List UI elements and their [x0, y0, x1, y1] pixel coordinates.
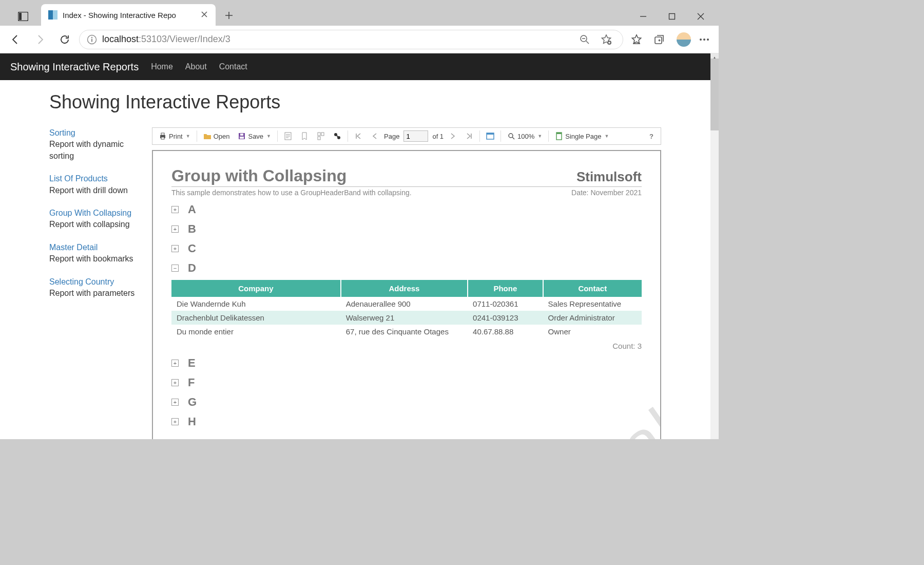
close-tab-icon[interactable] [201, 11, 208, 18]
prev-page-button[interactable] [368, 129, 382, 143]
minimize-button[interactable] [631, 7, 655, 26]
first-page-icon [354, 132, 362, 140]
svg-rect-22 [321, 133, 324, 136]
svg-rect-1 [19, 13, 22, 20]
favorites-icon[interactable] [627, 30, 646, 49]
table-row: Die Wandernde KuhAdenauerallee 9000711-0… [171, 297, 642, 311]
singlepage-icon [555, 132, 563, 140]
group-row: +E [171, 356, 642, 370]
print-button[interactable]: Print▼ [156, 129, 194, 143]
sidebar-desc: Report with drill down [49, 186, 128, 195]
report-date: Date: November 2021 [571, 189, 642, 197]
sidebar-desc: Report with dynamic sorting [49, 140, 124, 160]
report-canvas: Group with Collapsing Stimulsoft This sa… [152, 150, 661, 439]
sidebar-desc: Report with parameters [49, 289, 134, 297]
expand-icon[interactable]: + [171, 379, 179, 386]
profile-avatar[interactable] [677, 32, 691, 47]
zoom-out-icon[interactable] [575, 30, 594, 49]
vertical-scrollbar[interactable]: ▲ [710, 53, 719, 439]
report-logo: Stimulsoft [576, 169, 642, 185]
favorite-add-icon[interactable] [597, 30, 615, 49]
collapse-icon[interactable]: − [171, 265, 179, 272]
refresh-button[interactable] [54, 29, 75, 50]
site-info-icon[interactable] [87, 34, 97, 45]
address-bar[interactable]: localhost:53103/Viewer/Index/3 [79, 30, 623, 49]
browser-tab[interactable]: Index - Showing Interactive Repo [41, 4, 216, 26]
maximize-button[interactable] [660, 7, 684, 26]
expand-icon[interactable]: + [171, 399, 179, 406]
folder-icon [203, 132, 211, 140]
print-icon [159, 132, 167, 140]
collections-icon[interactable] [650, 30, 668, 49]
expand-icon[interactable]: + [171, 360, 179, 367]
zoom-button[interactable]: 100%▼ [504, 129, 545, 143]
open-button[interactable]: Open [200, 129, 233, 143]
group-letter: D [188, 261, 196, 275]
help-button[interactable]: ? [645, 133, 658, 140]
page-title: Showing Interactive Reports [49, 91, 719, 113]
svg-rect-3 [53, 10, 57, 20]
fullscreen-button[interactable] [483, 129, 497, 143]
table-row: Du monde entier67, rue des Cinquante Ota… [171, 325, 642, 338]
cell-company: Die Wandernde Kuh [171, 297, 341, 311]
nav-link-home[interactable]: Home [151, 62, 173, 71]
navbar-brand[interactable]: Showing Interactive Reports [10, 61, 139, 73]
nav-link-contact[interactable]: Contact [219, 62, 247, 71]
group-letter: B [188, 222, 196, 236]
bookmark-icon[interactable] [297, 129, 312, 143]
page-input[interactable] [403, 130, 428, 142]
first-page-button[interactable] [351, 129, 365, 143]
sidebar-link-products[interactable]: List Of Products [49, 173, 146, 184]
next-page-icon [449, 132, 457, 140]
back-button[interactable] [5, 29, 26, 50]
svg-rect-15 [161, 133, 164, 135]
group-letter: E [188, 356, 196, 370]
report-subtitle: This sample demonstrates how to use a Gr… [171, 189, 412, 197]
svg-rect-19 [240, 134, 243, 136]
svg-point-28 [509, 134, 513, 138]
find-button[interactable] [330, 129, 344, 143]
svg-point-13 [707, 39, 709, 41]
last-page-button[interactable] [462, 129, 476, 143]
svg-rect-16 [161, 137, 164, 139]
sidebar-link-collapsing[interactable]: Group With Collapsing [49, 208, 146, 219]
group-row-expanded: − D [171, 261, 642, 275]
cell-address: Adenauerallee 900 [341, 297, 468, 311]
group-row: +H [171, 415, 642, 428]
count-label: Count: 3 [171, 342, 642, 350]
url-text: localhost:53103/Viewer/Index/3 [102, 34, 230, 45]
group-letter: C [188, 242, 196, 255]
svg-rect-27 [487, 133, 494, 135]
next-page-button[interactable] [446, 129, 460, 143]
group-letter: G [188, 396, 197, 409]
forward-button[interactable] [30, 29, 50, 50]
thumbnails-icon[interactable] [314, 129, 328, 143]
parameter-icon[interactable] [281, 129, 295, 143]
tab-title: Index - Showing Interactive Repo [63, 11, 196, 20]
cell-phone: 0711-020361 [468, 297, 543, 311]
nav-link-about[interactable]: About [185, 62, 207, 71]
more-icon[interactable] [695, 30, 714, 49]
scrollbar-thumb[interactable] [710, 59, 719, 130]
save-icon [238, 132, 246, 140]
report-sidebar: SortingReport with dynamic sorting List … [49, 127, 146, 310]
new-tab-button[interactable] [219, 5, 239, 26]
expand-icon[interactable]: + [171, 245, 179, 252]
group-row: +F [171, 376, 642, 389]
sidebar-link-masterdetail[interactable]: Master Detail [49, 242, 146, 253]
sidebar-link-country[interactable]: Selecting Country [49, 276, 146, 288]
expand-icon[interactable]: + [171, 225, 179, 233]
col-contact: Contact [543, 280, 642, 297]
close-window-button[interactable] [689, 7, 713, 26]
save-button[interactable]: Save▼ [235, 129, 274, 143]
viewer-toolbar: Print▼ Open Save▼ Page of 1 [152, 127, 661, 145]
sidebar-toggle-icon[interactable] [11, 7, 35, 26]
expand-icon[interactable]: + [171, 418, 179, 425]
svg-point-11 [700, 39, 702, 41]
sidebar-link-sorting[interactable]: Sorting [49, 127, 146, 139]
table-row: Drachenblut DelikatessenWalserweg 210241… [171, 311, 642, 325]
group-row: +A [171, 203, 642, 216]
expand-icon[interactable]: + [171, 206, 179, 213]
svg-rect-21 [318, 133, 320, 136]
viewmode-button[interactable]: Single Page▼ [552, 129, 612, 143]
